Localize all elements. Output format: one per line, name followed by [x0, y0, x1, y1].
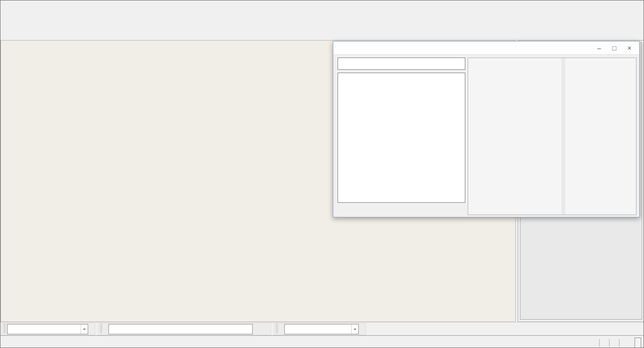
- menu-bar: [0, 0, 644, 11]
- toolbar-grip[interactable]: [3, 324, 6, 334]
- search-group: [98, 323, 271, 335]
- toolbar-overflow-icon[interactable]: [264, 324, 270, 334]
- map-search-input[interactable]: [108, 324, 253, 334]
- chevron-down-icon[interactable]: [351, 324, 358, 334]
- toolbar-row-1: [0, 11, 644, 25]
- workset-combobox[interactable]: [7, 324, 88, 334]
- attribute-divider: [561, 58, 565, 215]
- object-search-box: [338, 58, 465, 70]
- toolbar-grip[interactable]: [100, 324, 102, 334]
- main-area: – □ ×: [0, 40, 644, 322]
- toolbar-grip[interactable]: [276, 324, 278, 334]
- object-tree: [338, 73, 465, 203]
- chevron-down-icon[interactable]: [81, 324, 88, 334]
- toolbar-row-2: [0, 25, 644, 40]
- app-window: – □ ×: [0, 0, 644, 348]
- edit-layer-combobox[interactable]: [284, 324, 359, 334]
- toolbar-overflow-icon[interactable]: [89, 324, 94, 334]
- maximize-icon[interactable]: □: [608, 44, 620, 52]
- dialog-title-bar[interactable]: – □ ×: [333, 41, 639, 55]
- attribute-pane: [468, 58, 636, 215]
- projection-selector[interactable]: [635, 338, 641, 348]
- bottom-toolbar: [0, 322, 644, 335]
- minimize-icon[interactable]: –: [593, 44, 605, 52]
- close-icon[interactable]: ×: [623, 44, 636, 52]
- binoculars-icon[interactable]: [253, 323, 264, 335]
- workset-group: [1, 323, 95, 335]
- toolbar-overflow-icon[interactable]: [359, 324, 364, 334]
- object-search-input[interactable]: [338, 58, 465, 69]
- object-info-dialog: – □ ×: [333, 41, 640, 217]
- status-bar: [0, 335, 644, 348]
- edit-layer-group: [274, 323, 366, 335]
